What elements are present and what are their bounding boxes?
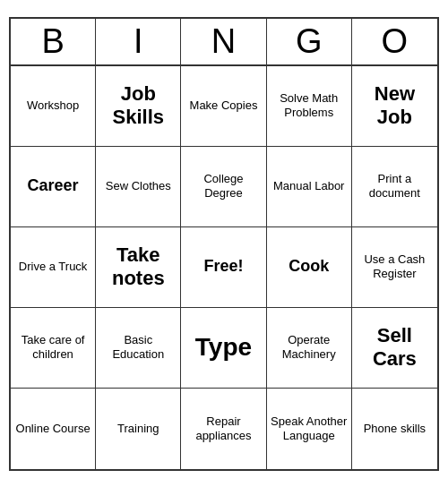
bingo-card: BINGO WorkshopJob SkillsMake CopiesSolve… xyxy=(9,17,439,471)
cell-text: Make Copies xyxy=(190,98,258,113)
bingo-cell[interactable]: Sell Cars xyxy=(352,308,437,389)
cell-text: Manual Labor xyxy=(273,179,345,193)
header-letter: O xyxy=(352,19,437,64)
cell-text: Career xyxy=(28,176,79,196)
header-letter: I xyxy=(96,19,181,64)
bingo-cell[interactable]: Career xyxy=(11,147,96,227)
cell-text: Print a document xyxy=(356,172,434,200)
header-letter: B xyxy=(11,19,96,64)
bingo-cell[interactable]: Drive a Truck xyxy=(11,227,96,308)
cell-text: Workshop xyxy=(27,98,79,113)
cell-text: Basic Education xyxy=(99,333,177,361)
cell-text: Phone skills xyxy=(364,422,426,436)
cell-text: New Job xyxy=(356,82,434,130)
bingo-grid: WorkshopJob SkillsMake CopiesSolve Math … xyxy=(11,66,437,469)
header-letter: N xyxy=(181,19,266,64)
cell-text: Type xyxy=(195,332,252,363)
cell-text: Drive a Truck xyxy=(19,260,88,274)
bingo-cell[interactable]: College Degree xyxy=(181,147,266,227)
cell-text: Take care of children xyxy=(14,333,91,361)
cell-text: Repair appliances xyxy=(185,414,262,442)
cell-text: College Degree xyxy=(185,172,262,200)
bingo-cell[interactable]: Print a document xyxy=(352,147,437,227)
bingo-cell[interactable]: Cook xyxy=(267,227,352,308)
bingo-cell[interactable]: Phone skills xyxy=(352,389,437,469)
bingo-cell[interactable]: Online Course xyxy=(11,389,96,469)
bingo-cell[interactable]: Free! xyxy=(181,227,266,308)
cell-text: Sew Clothes xyxy=(106,179,171,193)
cell-text: Speak Another Language xyxy=(271,414,348,442)
bingo-cell[interactable]: Solve Math Problems xyxy=(267,66,352,147)
bingo-cell[interactable]: Sew Clothes xyxy=(96,147,181,227)
cell-text: Training xyxy=(117,422,159,436)
bingo-cell[interactable]: Operate Machinery xyxy=(267,308,352,389)
cell-text: Job Skills xyxy=(99,82,177,130)
bingo-cell[interactable]: Use a Cash Register xyxy=(352,227,437,308)
cell-text: Operate Machinery xyxy=(271,333,348,361)
bingo-cell[interactable]: Basic Education xyxy=(96,308,181,389)
cell-text: Cook xyxy=(289,257,329,277)
cell-text: Take notes xyxy=(99,244,177,291)
bingo-cell[interactable]: Type xyxy=(181,308,266,389)
bingo-cell[interactable]: Make Copies xyxy=(181,66,266,147)
bingo-cell[interactable]: Manual Labor xyxy=(267,147,352,227)
bingo-cell[interactable]: Job Skills xyxy=(96,66,181,147)
bingo-cell[interactable]: Training xyxy=(96,389,181,469)
bingo-cell[interactable]: Repair appliances xyxy=(181,389,266,469)
bingo-header: BINGO xyxy=(11,19,437,66)
bingo-cell[interactable]: Workshop xyxy=(11,66,96,147)
cell-text: Sell Cars xyxy=(356,324,434,372)
cell-text: Free! xyxy=(203,257,243,277)
bingo-cell[interactable]: Speak Another Language xyxy=(267,389,352,469)
bingo-cell[interactable]: Take notes xyxy=(96,227,181,308)
header-letter: G xyxy=(267,19,352,64)
cell-text: Online Course xyxy=(16,422,90,436)
bingo-cell[interactable]: Take care of children xyxy=(11,308,96,389)
cell-text: Use a Cash Register xyxy=(356,252,434,280)
cell-text: Solve Math Problems xyxy=(271,91,348,119)
bingo-cell[interactable]: New Job xyxy=(352,66,437,147)
